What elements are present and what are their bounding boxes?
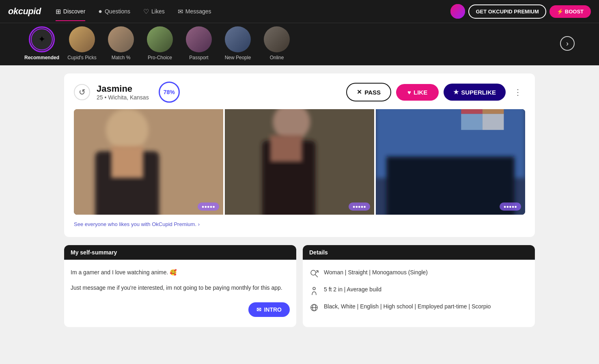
background-text: Black, White | English | High school | E… (324, 302, 491, 311)
category-new-people-thumb (225, 26, 251, 52)
svg-point-22 (313, 287, 315, 290)
svg-point-17 (311, 270, 316, 275)
undo-button[interactable]: ↺ (74, 84, 90, 100)
photo-2[interactable]: ●●●●● (225, 109, 374, 215)
questions-icon: ● (98, 8, 102, 15)
detail-row-background: Black, White | English | High school | E… (309, 302, 528, 312)
like-label: LIKE (414, 89, 427, 96)
nav-discover-label: Discover (63, 8, 85, 15)
category-new-people[interactable]: New People (222, 26, 254, 60)
intro-chat-icon: ✉ (256, 306, 261, 313)
photo-2-blur-tag: ●●●●● (349, 202, 370, 211)
photo-3[interactable]: ●●●●● (376, 109, 525, 215)
svg-rect-13 (461, 109, 483, 114)
category-match-thumb (108, 26, 134, 52)
nav-questions-label: Questions (105, 8, 130, 15)
category-recommended-thumb: ✦ (29, 26, 55, 52)
category-new-people-label: New People (225, 55, 251, 60)
gender-text: Woman | Straight | Monogamous (Single) (324, 268, 428, 277)
nav-messages[interactable]: ✉ Messages (173, 5, 216, 18)
detail-row-height: 5 ft 2 in | Average build (309, 285, 528, 295)
height-icon (309, 286, 319, 295)
category-passport[interactable]: Passport (183, 26, 215, 60)
app-logo[interactable]: okcupid (8, 6, 41, 17)
category-online-label: Online (270, 55, 284, 60)
detail-row-gender: Woman | Straight | Monogamous (Single) (309, 268, 528, 278)
gender-icon (309, 269, 319, 278)
pass-button[interactable]: ✕ PASS (346, 83, 391, 101)
category-passport-label: Passport (189, 55, 208, 60)
profile-age: 25 (97, 94, 103, 101)
photo-1-blur-tag: ●●●●● (198, 202, 219, 211)
profile-header: ↺ Jasmine 25 • Wichita, Kansas 78% ✕ PAS… (74, 82, 525, 103)
details-body: Woman | Straight | Monogamous (Single) 5… (303, 260, 535, 327)
summary-paragraph-2: Just message me if you're interested, im… (71, 283, 290, 292)
category-next-button[interactable]: › (560, 36, 575, 51)
summary-paragraph-1: Im a gamer and I love watching anime. 🥰 (71, 268, 290, 277)
globe-icon (309, 303, 319, 312)
category-recommended-label: Recommended (24, 55, 59, 60)
category-match[interactable]: Match % (105, 26, 137, 60)
details-card: Details Woman | Straight | Monogamous (S… (303, 245, 535, 327)
svg-rect-0 (450, 4, 465, 19)
recommended-icon: ✦ (38, 34, 45, 45)
like-button[interactable]: ♥ LIKE (396, 84, 439, 101)
category-passport-thumb (186, 26, 212, 52)
category-pro-choice-thumb (147, 26, 173, 52)
premium-button[interactable]: GET OKCUPID PREMIUM (468, 4, 546, 19)
boost-button[interactable]: ⚡ BOOST (549, 5, 591, 18)
nav-messages-label: Messages (185, 8, 211, 15)
premium-link-text: See everyone who likes you with OkCupid … (74, 221, 200, 227)
photo-grid: ●●●●● ●●●●● (74, 109, 525, 215)
category-cupids-picks[interactable]: Cupid's Picks (66, 26, 98, 60)
nav-questions[interactable]: ● Questions (93, 5, 135, 17)
intro-label: INTRO (264, 306, 282, 313)
main-content: ↺ Jasmine 25 • Wichita, Kansas 78% ✕ PAS… (56, 65, 543, 335)
boost-icon: ⚡ (557, 9, 563, 15)
svg-rect-12 (386, 157, 514, 215)
category-pro-choice-label: Pro-Choice (148, 55, 172, 60)
category-cupids-picks-thumb (69, 26, 95, 52)
undo-icon: ↺ (79, 87, 86, 97)
profile-card: ↺ Jasmine 25 • Wichita, Kansas 78% ✕ PAS… (64, 73, 535, 237)
details-header: Details (303, 245, 535, 260)
svg-line-18 (315, 275, 318, 278)
svg-rect-4 (111, 146, 143, 178)
premium-link[interactable]: See everyone who likes you with OkCupid … (74, 220, 525, 229)
category-navigation: ✦ Recommended Cupid's Picks Match % Pro-… (0, 23, 599, 65)
profile-location-separator: • (104, 94, 108, 101)
category-cupids-picks-label: Cupid's Picks (67, 55, 97, 60)
superlike-icon: ★ (453, 88, 459, 96)
nav-likes[interactable]: ♡ Likes (138, 5, 170, 18)
self-summary-body: Im a gamer and I love watching anime. 🥰 … (64, 260, 296, 307)
photo-1[interactable]: ●●●●● (74, 109, 223, 215)
category-online-thumb (264, 26, 290, 52)
category-online[interactable]: Online (261, 26, 293, 60)
top-navigation: okcupid ⊞ Discover ● Questions ♡ Likes ✉… (0, 0, 599, 23)
self-summary-header: My self-summary (64, 245, 296, 260)
user-avatar[interactable] (450, 4, 465, 19)
more-options-button[interactable]: ⋮ (511, 84, 525, 100)
nav-discover[interactable]: ⊞ Discover (51, 5, 90, 18)
boost-label: BOOST (565, 9, 584, 15)
svg-rect-14 (483, 109, 504, 114)
category-recommended[interactable]: ✦ Recommended (24, 26, 59, 60)
likes-icon: ♡ (143, 8, 149, 15)
intro-button[interactable]: ✉ INTRO (248, 302, 290, 317)
superlike-button[interactable]: ★ SUPERLIKE (444, 84, 506, 101)
like-heart-icon: ♥ (407, 89, 411, 96)
superlike-label: SUPERLIKE (461, 89, 496, 96)
category-pro-choice[interactable]: Pro-Choice (144, 26, 176, 60)
self-summary-card: My self-summary Im a gamer and I love wa… (64, 245, 296, 327)
height-text: 5 ft 2 in | Average build (324, 285, 381, 294)
pass-x-icon: ✕ (357, 88, 362, 96)
action-buttons: ✕ PASS ♥ LIKE ★ SUPERLIKE ⋮ (346, 83, 525, 101)
svg-rect-15 (461, 114, 483, 130)
pass-label: PASS (364, 89, 381, 96)
profile-name: Jasmine (97, 84, 149, 94)
messages-icon: ✉ (178, 8, 183, 15)
svg-rect-16 (483, 114, 504, 130)
profile-info-section: My self-summary Im a gamer and I love wa… (64, 245, 535, 327)
match-percentage: 78% (159, 82, 180, 103)
profile-location: Wichita, Kansas (108, 94, 149, 101)
